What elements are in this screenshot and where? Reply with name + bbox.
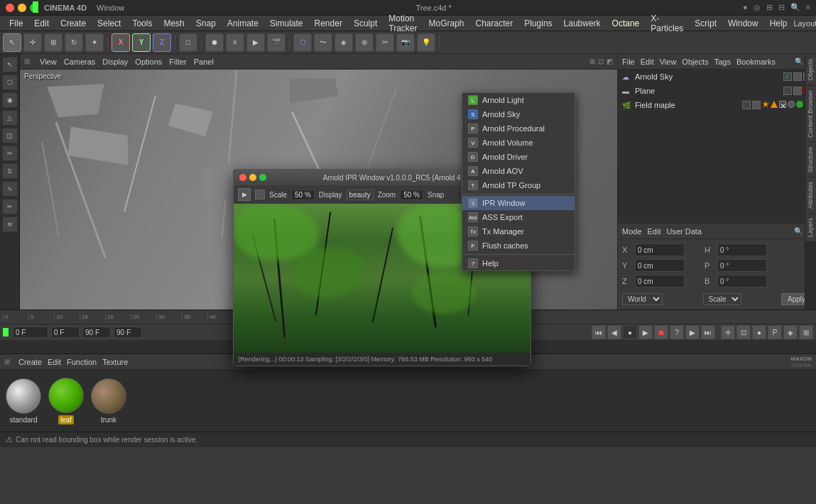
menu-arnold-driver[interactable]: D Arnold Driver (462, 150, 575, 164)
toolbar-spline[interactable]: 〜 (314, 33, 332, 52)
mat-texture-btn[interactable]: Texture (102, 358, 128, 366)
autokey-btn[interactable]: ● (752, 325, 766, 339)
object-row-field-maple[interactable]: 🌿 Field maple ✕ (618, 98, 816, 112)
menu-ipr-window[interactable]: I IPR Window (462, 196, 575, 210)
attr-b-input[interactable] (717, 275, 767, 287)
material-leaf[interactable]: leaf (48, 378, 84, 424)
menu-help[interactable]: ? Help (462, 256, 575, 270)
menu-arnold-tp-group[interactable]: T Arnold TP Group (462, 178, 575, 192)
menu-tools[interactable]: Tools (127, 17, 157, 30)
menu-ass-export[interactable]: Ass ASS Export (462, 210, 575, 224)
vp-menu-view[interactable]: View (40, 57, 57, 66)
mat-edit-btn[interactable]: Edit (48, 358, 61, 366)
sidebar-hair-icon[interactable]: ≋ (2, 217, 18, 232)
maple-vis-1[interactable] (742, 101, 751, 109)
menu-arnold-volume[interactable]: V Arnold Volume (462, 136, 575, 150)
layout-lock-btn[interactable]: ⊞ (799, 325, 813, 339)
toolbar-cube[interactable]: ⬡ (293, 33, 312, 52)
tab-attributes[interactable]: Attributes (805, 177, 816, 213)
vp-menu-panel[interactable]: Panel (194, 57, 214, 66)
frame-start-input[interactable] (51, 327, 80, 338)
plane-vis-1[interactable] (783, 87, 792, 95)
sidebar-knife-icon[interactable]: ✂ (2, 146, 18, 161)
toolbar-box[interactable]: □ (179, 33, 197, 52)
material-trunk[interactable]: trunk (91, 378, 126, 424)
menu-mograph[interactable]: MoGraph (423, 17, 469, 30)
menu-create[interactable]: Create (55, 17, 91, 30)
menu-mesh[interactable]: Mesh (158, 17, 189, 30)
menu-xparticles[interactable]: X-Particles (646, 12, 688, 35)
question-btn[interactable]: ? (670, 325, 684, 339)
attr-p-input[interactable] (717, 259, 767, 272)
menu-tx-manager[interactable]: Tx Tx Manager (462, 224, 575, 239)
ipr-max-btn[interactable] (259, 174, 266, 181)
menu-render[interactable]: Render (310, 17, 347, 30)
menu-edit[interactable]: Edit (29, 17, 54, 30)
toolbar-move[interactable]: ✛ (23, 33, 42, 52)
next-frame-btn[interactable]: ▶ (685, 325, 700, 339)
toolbar-z-axis[interactable]: Z (153, 33, 171, 52)
toolbar-transform[interactable]: ✦ (85, 33, 104, 52)
attr-h-input[interactable] (717, 243, 767, 256)
search-icon[interactable]: 🔍 (795, 57, 803, 65)
menu-sculpt[interactable]: Sculpt (349, 17, 382, 30)
ipr-scale-value[interactable]: 50 % (291, 190, 315, 200)
menu-laubwerk[interactable]: Laubwerk (559, 17, 606, 30)
toolbar-rotate[interactable]: ↻ (65, 33, 83, 52)
toolbar-timeline[interactable]: ≡ (226, 33, 244, 52)
attr-z-input[interactable] (635, 275, 685, 287)
menu-arnold-sky[interactable]: S Arnold Sky (462, 107, 575, 121)
keyframe-add-btn[interactable]: ✛ (721, 325, 735, 339)
attr-userdata-btn[interactable]: User Data (667, 227, 702, 236)
tab-objects[interactable]: Objects (805, 54, 816, 85)
menu-select[interactable]: Select (92, 17, 126, 30)
stop-btn[interactable]: ⏹ (654, 325, 668, 339)
record-pos-btn[interactable]: P (768, 325, 782, 339)
plane-vis-2[interactable] (793, 87, 802, 95)
menu-file[interactable]: File (4, 17, 28, 30)
sidebar-circle-icon[interactable]: ◉ (2, 92, 18, 108)
scale-select[interactable]: Scale (703, 293, 741, 305)
material-standard[interactable]: standard (6, 378, 41, 424)
toolbar-x-axis[interactable]: X (111, 33, 130, 52)
menu-arnold-light[interactable]: L Arnold Light (462, 93, 575, 107)
vp-icon-3[interactable]: ◩ (606, 57, 613, 65)
menu-plugins[interactable]: Plugins (519, 17, 557, 30)
object-row-plane[interactable]: ▬ Plane ✕ (618, 84, 816, 98)
toolbar-record[interactable]: ⏺ (205, 33, 224, 52)
attr-search-icon[interactable]: 🔍 (794, 227, 803, 235)
mat-create-btn[interactable]: Create (18, 358, 42, 366)
coord-system-select[interactable]: World Object (622, 293, 663, 305)
toolbar-select[interactable]: ↖ (3, 33, 21, 52)
obj-view-btn[interactable]: View (660, 57, 677, 66)
obj-edit-btn[interactable]: Edit (641, 57, 654, 66)
maple-vis-2[interactable] (752, 101, 761, 109)
menu-help[interactable]: Help (765, 17, 793, 30)
current-frame-input[interactable] (13, 327, 48, 338)
tab-content-browser[interactable]: Content Browser (805, 85, 816, 142)
toolbar-light[interactable]: 💡 (417, 33, 435, 52)
toolbar-scale[interactable]: ⊞ (44, 33, 62, 52)
arnold-sky-vis-2[interactable] (793, 72, 802, 81)
obj-objects-btn[interactable]: Objects (682, 57, 708, 66)
mat-function-btn[interactable]: Function (67, 358, 97, 366)
sidebar-select-icon[interactable]: ↖ (2, 57, 18, 72)
menu-octane[interactable]: Octane (607, 17, 645, 30)
goto-start-btn[interactable]: ⏮ (592, 325, 606, 339)
toolbar-penknife[interactable]: ✂ (376, 33, 394, 52)
vp-menu-options[interactable]: Options (135, 57, 162, 66)
ipr-stop-button[interactable] (255, 190, 265, 199)
close-button[interactable] (6, 4, 14, 12)
prev-frame-btn[interactable]: ◀ (607, 325, 621, 339)
ipr-play-button[interactable]: ▶ (238, 188, 251, 201)
frame-max-input[interactable] (114, 327, 142, 338)
obj-tags-btn[interactable]: Tags (714, 57, 731, 66)
minimize-button[interactable] (18, 4, 26, 12)
sidebar-sculpt-icon[interactable]: ∿ (2, 181, 18, 197)
menu-simulate[interactable]: Simulate (265, 17, 308, 30)
window-menu[interactable]: Window (97, 4, 124, 12)
menu-motion-tracker[interactable]: Motion Tracker (383, 12, 422, 35)
vp-icon-1[interactable]: ⊞ (589, 57, 595, 65)
menu-arnold-procedural[interactable]: P Arnold Procedural (462, 121, 575, 136)
keyframe-sel-btn[interactable]: ⊡ (736, 325, 751, 339)
